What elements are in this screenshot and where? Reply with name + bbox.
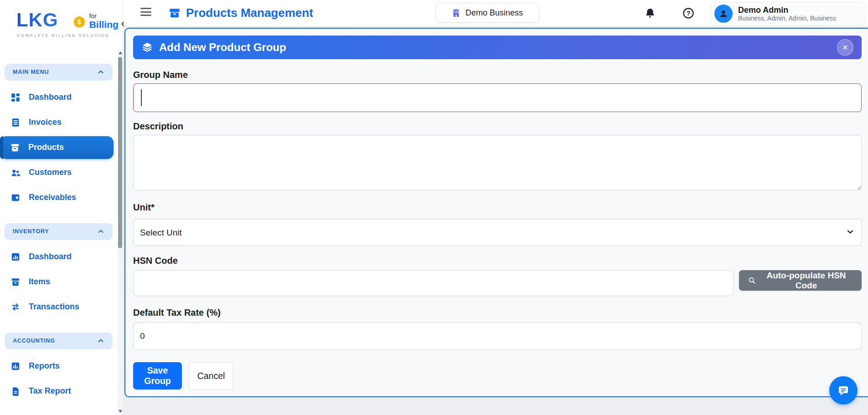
notifications-button[interactable] <box>643 6 657 20</box>
save-group-button[interactable]: Save Group <box>133 362 182 389</box>
logo: LKG $ for Billing COMPLETE BILLING SOLUT… <box>0 0 123 38</box>
sidebar-item-transactions[interactable]: Transactions <box>5 296 114 318</box>
top-header: Products Management Demo Business ? Demo… <box>123 0 868 26</box>
hsn-code-label: HSN Code <box>133 256 862 266</box>
user-profile-button[interactable]: Demo Admin Business, Admin, Admin, Busin… <box>710 2 866 26</box>
chevron-up-icon <box>97 68 104 76</box>
description-label: Description <box>133 121 862 131</box>
text-cursor <box>141 89 142 106</box>
dashboard-grid-icon <box>10 92 21 102</box>
business-selector-button[interactable]: Demo Business <box>435 3 539 23</box>
sidebar-item-products[interactable]: Products <box>0 136 114 159</box>
panel-title: Add New Product Group <box>159 41 286 54</box>
brand-wordmark: LKG <box>16 11 58 29</box>
add-product-group-panel: Add New Product Group ✕ Group Name Descr… <box>124 28 868 397</box>
scroll-down-arrow-icon[interactable] <box>118 409 123 414</box>
person-icon <box>718 8 729 20</box>
cancel-button[interactable]: Cancel <box>189 362 233 389</box>
items-box-icon <box>10 277 21 287</box>
search-icon <box>748 276 756 285</box>
bell-icon <box>644 7 656 19</box>
products-archive-icon <box>169 7 181 19</box>
scroll-up-arrow-icon[interactable] <box>118 50 123 56</box>
customers-people-icon <box>10 168 21 178</box>
transfer-arrows-icon <box>10 302 21 312</box>
invoice-receipt-icon <box>10 118 21 128</box>
brand-tagline: COMPLETE BILLING SOLUTION <box>17 33 123 38</box>
help-button[interactable]: ? <box>681 6 696 20</box>
receivables-wallet-icon <box>10 193 21 203</box>
unit-select[interactable]: Select Unit <box>133 219 862 246</box>
content-area: Add New Product Group ✕ Group Name Descr… <box>123 26 868 415</box>
user-roles: Business, Admin, Admin, Business <box>738 15 836 22</box>
sidebar-item-dashboard[interactable]: Dashboard <box>5 86 114 109</box>
chat-bubble-icon <box>837 384 850 397</box>
panel-header: Add New Product Group ✕ <box>133 36 862 59</box>
scrollbar-thumb[interactable] <box>118 57 122 248</box>
chart-square-icon <box>10 252 21 262</box>
building-icon <box>452 9 460 17</box>
default-tax-rate-input[interactable] <box>133 323 862 350</box>
sidebar-item-reports[interactable]: Reports <box>5 355 114 378</box>
unit-label: Unit* <box>133 202 862 212</box>
sidebar-item-customers[interactable]: Customers <box>5 161 114 184</box>
sidebar-item-items[interactable]: Items <box>5 271 114 293</box>
chevron-up-icon <box>97 228 104 235</box>
sidebar-collapse-icon[interactable]: ‹ <box>121 19 124 28</box>
sidebar-item-inventory-dashboard[interactable]: Dashboard <box>5 246 114 268</box>
default-tax-rate-label: Default Tax Rate (%) <box>133 307 862 318</box>
description-textarea[interactable] <box>133 135 862 190</box>
sidebar-scrollbar[interactable] <box>118 49 123 415</box>
group-name-label: Group Name <box>133 70 862 80</box>
chat-fab-button[interactable] <box>829 376 858 405</box>
main-area: Products Management Demo Business ? Demo… <box>123 0 868 415</box>
section-main-menu[interactable]: MAIN MENU <box>5 64 113 81</box>
sidebar-item-tax-report[interactable]: Tax Report <box>5 380 114 403</box>
section-inventory[interactable]: INVENTORY <box>5 223 113 240</box>
tax-document-icon <box>10 386 21 396</box>
hsn-code-input[interactable] <box>133 270 734 296</box>
avatar <box>714 5 733 23</box>
product-box-icon <box>10 143 20 153</box>
chevron-up-icon <box>97 337 104 344</box>
sidebar-nav: MAIN MENU Dashboard Invoices Produc <box>0 64 123 403</box>
section-accounting[interactable]: ACCOUNTING <box>5 333 113 349</box>
sidebar: LKG $ for Billing COMPLETE BILLING SOLUT… <box>0 0 123 415</box>
hamburger-menu-icon[interactable] <box>140 8 151 18</box>
sidebar-item-receivables[interactable]: Receivables <box>5 186 114 209</box>
close-button[interactable]: ✕ <box>837 39 853 56</box>
business-name: Demo Business <box>465 8 523 18</box>
page-title-text: Products Management <box>186 6 313 20</box>
app-root: LKG $ for Billing COMPLETE BILLING SOLUT… <box>0 0 868 415</box>
page-title: Products Management <box>169 6 313 20</box>
group-name-input[interactable] <box>133 83 862 112</box>
report-chart-icon <box>10 361 21 371</box>
svg-text:?: ? <box>687 10 691 17</box>
question-circle-icon: ? <box>682 7 695 20</box>
for-billing-text: for Billing <box>89 13 119 30</box>
layers-icon <box>141 41 153 53</box>
user-name: Demo Admin <box>738 5 836 15</box>
dollar-coin-icon: $ <box>74 16 85 27</box>
auto-populate-hsn-button[interactable]: Auto-populate HSN Code <box>739 270 862 291</box>
sidebar-item-invoices[interactable]: Invoices <box>5 111 114 134</box>
